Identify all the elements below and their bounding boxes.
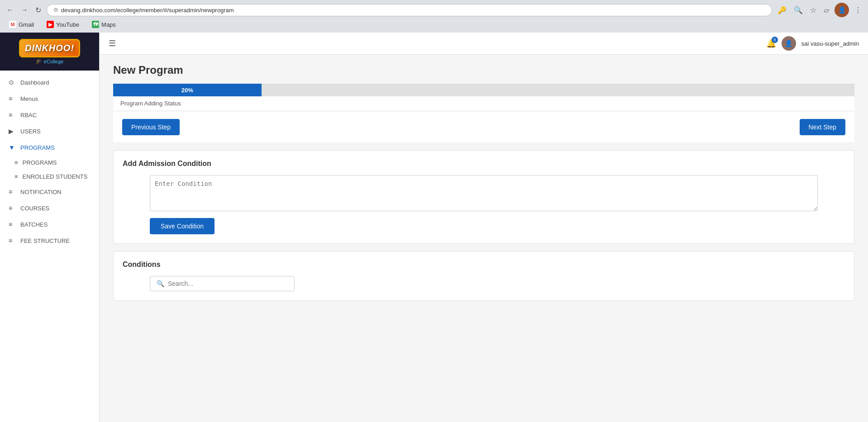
- save-condition-button[interactable]: Save Condition: [150, 218, 215, 234]
- sidebar-item-batches[interactable]: ≡ BATCHES: [0, 216, 99, 232]
- sidebar-item-dashboard[interactable]: ⊙ Dashboard: [0, 74, 99, 90]
- graduation-icon: 🎓: [36, 58, 42, 64]
- condition-form: Save Condition: [123, 175, 845, 234]
- address-bar[interactable]: ⚙ devang.dinkhoo.com/ecollege/member/#/s…: [47, 4, 772, 16]
- batches-label: BATCHES: [20, 221, 48, 228]
- progress-section: 20% Program Adding Status: [113, 84, 854, 111]
- user-name[interactable]: sai vasu-super_admin: [801, 40, 859, 47]
- sidebar-item-programs-header[interactable]: ▼ PROGRAMS: [0, 139, 99, 156]
- sidebar-item-courses[interactable]: ≡ COURSES: [0, 200, 99, 216]
- programs-sub-label: PROGRAMS: [23, 159, 57, 166]
- progress-bar-fill: 20%: [113, 84, 262, 96]
- sidebar: DINKHOO! 🎓 eCollege ⊙ Dashboard ≡ Menus …: [0, 33, 100, 422]
- key-icon[interactable]: 🔑: [776, 4, 788, 16]
- sidebar-subitem-enrolled-students[interactable]: ≡ ENROLLED STUDENTS: [0, 170, 99, 184]
- browser-actions: 🔑 🔍 ☆ ▱ 👤 ⋮: [776, 3, 863, 17]
- sidebar-item-menus[interactable]: ≡ Menus: [0, 90, 99, 107]
- page-content: New Program 20% Program Adding Status Pr…: [100, 55, 868, 422]
- sidebar-browser-icon[interactable]: ▱: [822, 4, 831, 16]
- dashboard-icon: ⊙: [9, 79, 16, 86]
- next-step-button[interactable]: Next Step: [800, 119, 845, 135]
- logo-sub: 🎓 eCollege: [19, 58, 80, 64]
- sidebar-subitem-programs[interactable]: ≡ PROGRAMS: [0, 156, 99, 170]
- rbac-label: RBAC: [20, 112, 37, 119]
- sidebar-menu: ⊙ Dashboard ≡ Menus ≡ RBAC ▶ USERS ▼ PRO…: [0, 71, 99, 422]
- programs-header-label: PROGRAMS: [20, 144, 55, 151]
- fee-structure-label: FEE STRUCTURE: [20, 237, 70, 244]
- browser-user-avatar[interactable]: 👤: [835, 3, 849, 17]
- add-condition-title: Add Admission Condition: [123, 160, 845, 168]
- app-container: DINKHOO! 🎓 eCollege ⊙ Dashboard ≡ Menus …: [0, 33, 868, 422]
- enrolled-icon: ≡: [14, 173, 18, 180]
- bookmarks-bar: M Gmail ▶ YouTube 🗺 Maps: [5, 19, 863, 30]
- programs-sub-icon: ≡: [14, 159, 18, 166]
- notification-bell[interactable]: 🔔 8: [766, 38, 776, 48]
- user-avatar[interactable]: 👤: [782, 36, 796, 51]
- rbac-icon: ≡: [9, 111, 16, 119]
- progress-percent: 20%: [181, 87, 193, 94]
- logo-text: DINKHOO!: [25, 43, 74, 53]
- bookmark-gmail[interactable]: M Gmail: [6, 20, 37, 29]
- notification-nav-icon: ≡: [9, 188, 16, 195]
- search-browser-icon[interactable]: 🔍: [792, 4, 805, 16]
- progress-bar-container: 20%: [113, 84, 854, 96]
- progress-label: Program Adding Status: [113, 96, 854, 111]
- sidebar-item-fee-structure[interactable]: ≡ FEE STRUCTURE: [0, 232, 99, 249]
- bookmark-youtube[interactable]: ▶ YouTube: [44, 20, 82, 29]
- batches-icon: ≡: [9, 221, 16, 228]
- youtube-label: YouTube: [56, 21, 79, 28]
- conditions-title: Conditions: [123, 261, 845, 269]
- dashboard-label: Dashboard: [20, 79, 49, 86]
- logo-box: DINKHOO!: [19, 39, 80, 57]
- sidebar-item-users[interactable]: ▶ USERS: [0, 123, 99, 139]
- forward-button[interactable]: →: [19, 4, 30, 16]
- star-icon[interactable]: ☆: [808, 4, 818, 16]
- programs-collapse-icon: ▼: [9, 144, 16, 151]
- menus-label: Menus: [20, 95, 38, 102]
- reload-button[interactable]: ↻: [33, 4, 43, 16]
- header-right: 🔔 8 👤 sai vasu-super_admin: [766, 36, 859, 51]
- add-condition-card: Add Admission Condition Save Condition: [113, 150, 854, 244]
- security-icon: ⚙: [53, 7, 58, 13]
- more-options-icon[interactable]: ⋮: [853, 4, 863, 16]
- main-content: ☰ 🔔 8 👤 sai vasu-super_admin New Program…: [100, 33, 868, 422]
- gmail-label: Gmail: [19, 21, 34, 28]
- fee-structure-icon: ≡: [9, 237, 16, 244]
- enrolled-label: ENROLLED STUDENTS: [23, 173, 88, 180]
- courses-icon: ≡: [9, 204, 16, 212]
- gmail-icon: M: [9, 21, 16, 28]
- users-label: USERS: [20, 128, 41, 135]
- sidebar-item-notification[interactable]: ≡ NOTIFICATION: [0, 184, 99, 200]
- maps-icon: 🗺: [92, 21, 99, 28]
- search-icon: 🔍: [157, 280, 164, 287]
- back-button[interactable]: ←: [5, 4, 15, 16]
- bookmark-maps[interactable]: 🗺 Maps: [89, 20, 119, 29]
- conditions-search-area: 🔍: [123, 276, 845, 291]
- youtube-icon: ▶: [47, 21, 54, 28]
- users-expand-icon: ▶: [9, 128, 16, 135]
- top-header: ☰ 🔔 8 👤 sai vasu-super_admin: [100, 33, 868, 55]
- notification-badge: 8: [772, 37, 778, 43]
- browser-chrome: ← → ↻ ⚙ devang.dinkhoo.com/ecollege/memb…: [0, 0, 868, 33]
- steps-section: Previous Step Next Step: [113, 112, 854, 143]
- condition-input[interactable]: [150, 175, 818, 211]
- page-title: New Program: [113, 64, 854, 76]
- hamburger-menu[interactable]: ☰: [109, 38, 116, 48]
- notification-label: NOTIFICATION: [20, 189, 62, 195]
- search-input[interactable]: [168, 280, 288, 287]
- menus-icon: ≡: [9, 95, 16, 102]
- search-box: 🔍: [150, 276, 295, 291]
- courses-label: COURSES: [20, 205, 49, 212]
- sidebar-logo: DINKHOO! 🎓 eCollege: [0, 33, 99, 71]
- url-text: devang.dinkhoo.com/ecollege/member/#/sup…: [61, 7, 765, 14]
- maps-label: Maps: [101, 21, 116, 28]
- sidebar-item-rbac[interactable]: ≡ RBAC: [0, 107, 99, 123]
- conditions-card: Conditions 🔍: [113, 251, 854, 301]
- previous-step-button[interactable]: Previous Step: [122, 119, 180, 135]
